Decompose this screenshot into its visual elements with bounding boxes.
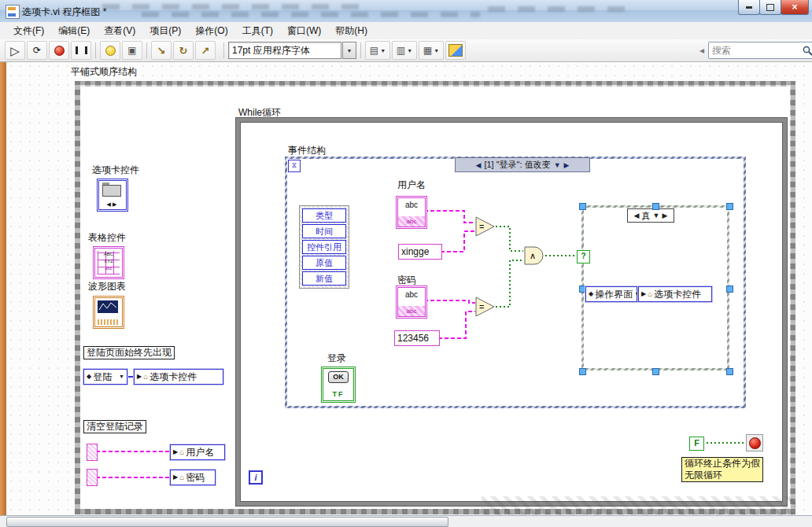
event-structure-selector[interactable]: ◀ [1] "登录": 值改变 ▼ ▶ bbox=[455, 157, 590, 172]
table-control-terminal[interactable]: ABC XYZ abc bbox=[93, 246, 124, 279]
toolbar-overflow-icon[interactable]: ◂ bbox=[699, 45, 704, 56]
abort-button[interactable] bbox=[49, 41, 69, 60]
tab-control-icon: ◀▶ bbox=[98, 180, 127, 210]
event-data-node[interactable]: 类型 时间 控件引用 原值 新值 bbox=[299, 205, 349, 289]
local-variable-password[interactable]: ▶ ⌂ 密码 bbox=[170, 470, 216, 485]
local-variable-label: 密码 bbox=[186, 471, 205, 484]
step-into-icon: ↘ bbox=[157, 45, 166, 57]
equal-node-1[interactable]: = bbox=[475, 216, 496, 237]
waveform-chart-terminal[interactable] bbox=[93, 296, 124, 329]
toolbar-separator bbox=[360, 42, 361, 58]
minimize-button[interactable] bbox=[738, 0, 760, 15]
menu-view[interactable]: 查看(V) bbox=[97, 23, 142, 39]
title-bar[interactable] bbox=[0, 0, 812, 23]
enum-constant-login[interactable]: ◆ 登陆 ▼ bbox=[83, 369, 127, 385]
selection-handle[interactable] bbox=[652, 368, 659, 375]
case-dropdown-icon[interactable]: ▼ bbox=[653, 212, 660, 219]
case-next-arrow-icon[interactable]: ▶ bbox=[662, 212, 667, 219]
event-data-item[interactable]: 原值 bbox=[302, 256, 346, 270]
abc-sub-glyph: abc bbox=[398, 306, 425, 316]
chevron-down-icon[interactable]: ▼ bbox=[119, 370, 124, 383]
menu-edit[interactable]: 编辑(E) bbox=[51, 23, 97, 39]
step-into-button[interactable]: ↘ bbox=[151, 41, 172, 60]
event-data-item[interactable]: 类型 bbox=[302, 208, 346, 223]
case-prev-arrow-icon[interactable]: ◀ bbox=[634, 212, 640, 219]
run-button[interactable]: ▷ bbox=[5, 41, 25, 60]
event-timeout-terminal[interactable]: ⧖ bbox=[288, 160, 301, 172]
event-prev-arrow-icon[interactable]: ◀ bbox=[476, 161, 482, 169]
chart-icon-sub bbox=[98, 319, 118, 325]
retain-wire-values-button[interactable]: ▣ bbox=[122, 41, 142, 60]
and-node[interactable]: ∧ bbox=[523, 245, 545, 266]
align-objects-button[interactable]: ▤▼ bbox=[365, 41, 390, 60]
enum-constant-ui[interactable]: ◆ 操作界面 ▼ bbox=[585, 286, 637, 302]
login-button-terminal[interactable]: OK TF bbox=[321, 367, 356, 403]
close-button[interactable]: × bbox=[781, 0, 809, 15]
selection-handle[interactable] bbox=[579, 203, 586, 210]
distribute-objects-button[interactable]: ▥▼ bbox=[392, 41, 417, 60]
cleanup-diagram-button[interactable] bbox=[445, 41, 466, 60]
event-next-arrow-icon[interactable]: ▶ bbox=[564, 161, 570, 169]
username-terminal[interactable]: abc abc bbox=[396, 196, 427, 229]
case-selector-terminal[interactable]: ? bbox=[577, 250, 590, 264]
selection-handle[interactable] bbox=[726, 203, 733, 210]
step-out-button[interactable]: ↗ bbox=[195, 41, 216, 60]
loop-condition-terminal[interactable] bbox=[746, 434, 763, 451]
event-case-title[interactable]: [1] "登录": 值改变 bbox=[484, 159, 550, 171]
menu-tools[interactable]: 工具(T) bbox=[235, 23, 280, 39]
menu-operate[interactable]: 操作(O) bbox=[188, 23, 234, 39]
cleanup-icon bbox=[448, 44, 463, 57]
abc-glyph: abc bbox=[398, 198, 425, 216]
false-constant[interactable]: F bbox=[689, 437, 704, 451]
horizontal-scrollbar-thumb[interactable] bbox=[6, 517, 448, 527]
case-selector[interactable]: ◀ 真 ▼ ▶ bbox=[627, 208, 674, 223]
pause-button[interactable] bbox=[71, 41, 91, 60]
local-variable-tab-control[interactable]: ▶ ⌂ 选项卡控件 bbox=[638, 286, 712, 302]
event-data-item[interactable]: 新值 bbox=[302, 271, 346, 286]
step-over-button[interactable]: ↻ bbox=[173, 41, 194, 60]
write-arrow-icon: ▶ bbox=[137, 370, 142, 383]
menu-file[interactable]: 文件(F) bbox=[6, 23, 51, 39]
selection-handle[interactable] bbox=[726, 286, 733, 293]
run-continuously-button[interactable]: ⟳ bbox=[27, 41, 47, 60]
font-selector-caret[interactable]: ▼ bbox=[342, 42, 356, 59]
enum-constant-ui-label: 操作界面 bbox=[595, 288, 633, 300]
chevron-down-icon: ▼ bbox=[347, 48, 352, 53]
toolbar-separator bbox=[146, 42, 147, 58]
event-dropdown-icon[interactable]: ▼ bbox=[554, 161, 561, 169]
menu-project[interactable]: 项目(P) bbox=[142, 23, 188, 39]
empty-string-constant-2[interactable] bbox=[87, 469, 98, 486]
empty-string-constant-1[interactable] bbox=[87, 444, 98, 461]
event-data-item[interactable]: 控件引用 bbox=[302, 240, 346, 254]
iteration-terminal[interactable]: i bbox=[249, 470, 263, 485]
case-title[interactable]: 真 bbox=[642, 210, 651, 222]
left-edge-strip bbox=[0, 61, 6, 527]
maximize-button[interactable] bbox=[759, 0, 781, 15]
resize-objects-button[interactable]: ▦▼ bbox=[419, 41, 444, 60]
search-icon bbox=[803, 46, 812, 56]
local-variable-username[interactable]: ▶ ⌂ 用户名 bbox=[170, 444, 225, 460]
equal-node-2[interactable]: = bbox=[475, 297, 496, 317]
password-terminal[interactable]: abc abc bbox=[396, 286, 427, 319]
selection-handle[interactable] bbox=[579, 368, 586, 375]
local-variable-tab-control-left[interactable]: ▶ ⌂ 选项卡控件 bbox=[134, 369, 223, 385]
event-data-item[interactable]: 时间 bbox=[302, 224, 346, 238]
font-selector[interactable]: 17pt 应用程序字体 bbox=[228, 42, 341, 59]
tab-control-terminal[interactable]: ◀▶ bbox=[97, 179, 128, 212]
highlight-execution-button[interactable] bbox=[100, 41, 120, 60]
write-arrow-icon: ▶ bbox=[173, 471, 178, 484]
password-string-constant[interactable]: 123456 bbox=[394, 330, 440, 346]
search-input[interactable]: 搜索 bbox=[712, 44, 803, 57]
distribute-icon: ▥ bbox=[397, 45, 405, 56]
local-variable-label: 选项卡控件 bbox=[149, 370, 197, 383]
menu-help[interactable]: 帮助(H) bbox=[328, 23, 375, 39]
step-over-icon: ↻ bbox=[179, 45, 188, 57]
question-icon: ? bbox=[581, 252, 585, 260]
table-icon-row: abc bbox=[98, 265, 120, 272]
search-box[interactable]: 搜索 bbox=[708, 42, 812, 59]
menu-window[interactable]: 窗口(W) bbox=[280, 23, 328, 39]
selection-handle[interactable] bbox=[652, 203, 659, 210]
username-string-constant[interactable]: xingge bbox=[398, 244, 442, 260]
selection-handle[interactable] bbox=[726, 368, 733, 375]
tab-icon-panel bbox=[102, 185, 121, 197]
